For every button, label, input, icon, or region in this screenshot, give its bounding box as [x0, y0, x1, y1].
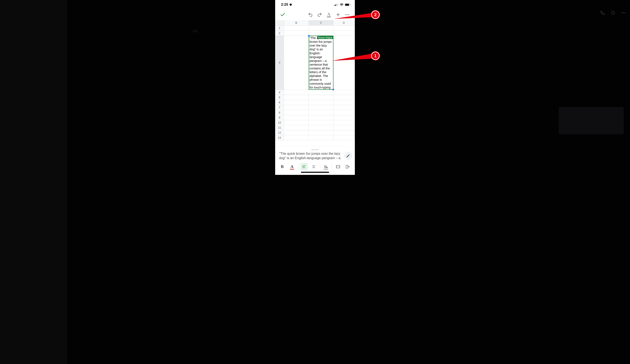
fill-color-swatch — [324, 169, 328, 170]
row-header-3[interactable]: 3 — [275, 36, 284, 90]
cell-d1[interactable] — [334, 26, 354, 30]
bold-button[interactable]: B — [278, 163, 286, 170]
cell-b9[interactable] — [284, 115, 309, 120]
cell-b12[interactable] — [284, 130, 309, 135]
cell-b2[interactable] — [284, 30, 309, 36]
col-header-d[interactable]: D — [334, 20, 354, 25]
background-year-fragment: 021 — [193, 29, 198, 33]
fill-color-button[interactable] — [322, 163, 330, 170]
merge-cells-button[interactable] — [334, 163, 342, 170]
ios-home-indicator[interactable] — [301, 172, 329, 173]
cell-b6[interactable] — [284, 100, 309, 105]
col-header-b[interactable]: B — [284, 20, 309, 25]
row-header-2[interactable]: 2 — [275, 30, 284, 36]
battery-icon — [345, 3, 351, 6]
wifi-icon — [340, 3, 344, 6]
panel-drag-handle[interactable] — [311, 149, 319, 150]
cell-c9[interactable] — [309, 115, 334, 120]
more-horizontal-icon — [345, 12, 350, 17]
insert-button[interactable] — [334, 10, 343, 19]
more-horizontal-icon — [621, 10, 626, 15]
divider — [320, 164, 320, 170]
cell-c3-selected[interactable]: Rohan Rajpal "The quick brown fox jumps … — [309, 36, 334, 90]
background-top-right-icons — [600, 10, 626, 15]
row-header-5[interactable]: 5 — [275, 95, 284, 100]
cell-c10[interactable] — [309, 120, 334, 125]
cell-d8[interactable] — [334, 110, 354, 115]
svg-point-2 — [622, 12, 623, 13]
row-header-10[interactable]: 10 — [275, 120, 284, 125]
cell-b13[interactable] — [284, 135, 309, 140]
row-header-6[interactable]: 6 — [275, 100, 284, 105]
more-button[interactable] — [343, 10, 352, 19]
background-sidebar-blur — [0, 0, 67, 364]
cell-d12[interactable] — [334, 130, 354, 135]
svg-line-1 — [614, 14, 615, 14]
svg-rect-7 — [336, 4, 337, 6]
cell-b5[interactable] — [284, 95, 309, 100]
cell-c5[interactable] — [309, 95, 334, 100]
redo-button[interactable] — [315, 10, 324, 19]
undo-button[interactable] — [306, 10, 315, 19]
text-color-button[interactable]: A — [288, 163, 296, 170]
phone-icon — [600, 10, 605, 15]
cell-b8[interactable] — [284, 110, 309, 115]
cell-d5[interactable] — [334, 95, 354, 100]
cell-c11[interactable] — [309, 125, 334, 130]
cell-d9[interactable] — [334, 115, 354, 120]
text-format-a-icon: A — [327, 12, 330, 16]
cell-c7[interactable] — [309, 105, 334, 110]
cell-b10[interactable] — [284, 120, 309, 125]
row-header-13[interactable]: 13 — [275, 135, 284, 140]
cell-b4[interactable] — [284, 90, 309, 95]
svg-rect-11 — [350, 4, 351, 5]
cell-b11[interactable] — [284, 125, 309, 130]
cell-c8[interactable] — [309, 110, 334, 115]
redo-icon — [317, 12, 322, 17]
svg-point-3 — [623, 12, 624, 13]
row-header-8[interactable]: 8 — [275, 110, 284, 115]
spreadsheet-grid[interactable]: B C D 1 2 3 Rohan Rajpal "The quick brow… — [275, 20, 355, 146]
cell-c12[interactable] — [309, 130, 334, 135]
row-header-12[interactable]: 12 — [275, 130, 284, 135]
insert-column-button[interactable] — [344, 163, 352, 170]
formula-bar-text[interactable]: "The quick brown fox jumps over the lazy… — [278, 152, 342, 160]
divider — [298, 164, 298, 170]
confirm-button[interactable] — [278, 10, 287, 19]
edit-cell-button[interactable] — [344, 152, 352, 160]
cell-d3[interactable] — [334, 36, 354, 90]
row-header-11[interactable]: 11 — [275, 125, 284, 130]
select-all-corner[interactable] — [275, 20, 284, 25]
align-left-button[interactable] — [300, 163, 308, 170]
cell-b1[interactable] — [284, 26, 309, 30]
cell-d7[interactable] — [334, 105, 354, 110]
row-header-9[interactable]: 9 — [275, 115, 284, 120]
cell-c13[interactable] — [309, 135, 334, 140]
cell-d13[interactable] — [334, 135, 354, 140]
align-center-button[interactable] — [310, 163, 318, 170]
status-time: 2:25 — [281, 2, 288, 7]
cell-c6[interactable] — [309, 100, 334, 105]
cell-c2[interactable] — [309, 30, 334, 36]
text-format-button[interactable]: A — [324, 10, 334, 19]
cell-c4[interactable] — [309, 90, 334, 95]
sheets-top-toolbar: A — [275, 9, 355, 20]
cell-c1[interactable] — [309, 26, 334, 30]
svg-point-16 — [348, 14, 349, 15]
cell-d2[interactable] — [334, 30, 354, 36]
cell-b7[interactable] — [284, 105, 309, 110]
row-header-7[interactable]: 7 — [275, 105, 284, 110]
cell-d6[interactable] — [334, 100, 354, 105]
cell-b3[interactable] — [284, 36, 309, 90]
cell-d10[interactable] — [334, 120, 354, 125]
cell-d11[interactable] — [334, 125, 354, 130]
row-header-4[interactable]: 4 — [275, 90, 284, 95]
svg-point-15 — [347, 14, 348, 15]
merge-cells-icon — [336, 164, 340, 169]
cell-d4[interactable] — [334, 90, 354, 95]
col-header-c[interactable]: C — [309, 20, 334, 25]
format-toolbar: B A — [278, 163, 352, 170]
row-header-1[interactable]: 1 — [275, 26, 284, 30]
align-left-icon — [302, 164, 306, 169]
align-center-icon — [312, 164, 316, 169]
